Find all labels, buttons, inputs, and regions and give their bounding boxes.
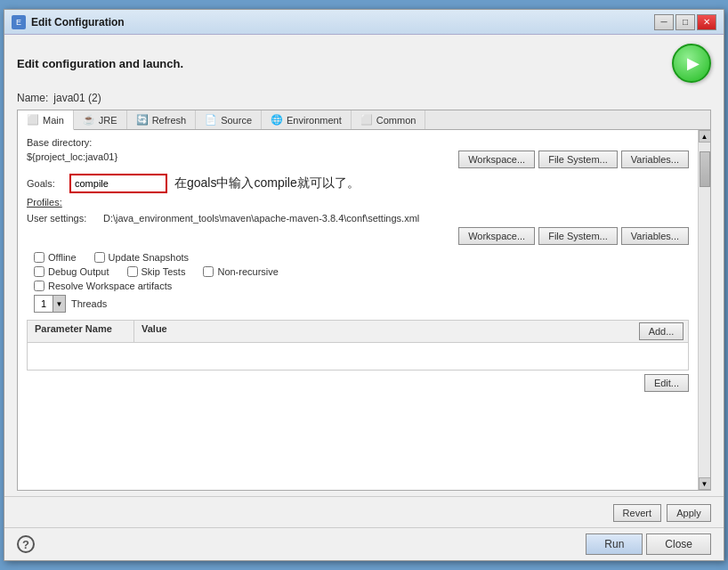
scrollbar-track: [699, 142, 710, 477]
params-table-header: Parameter Name Value Add...: [28, 321, 688, 343]
name-label: Name:: [17, 92, 48, 104]
resolve-workspace-label: Resolve Workspace artifacts: [48, 281, 172, 291]
main-window: E Edit Configuration ─ □ ✕ Edit configur…: [4, 9, 724, 561]
goals-hint: 在goals中输入compile就可以了。: [174, 175, 360, 191]
checkbox-resolve-workspace: Resolve Workspace artifacts: [34, 281, 172, 291]
non-recursive-label: Non-recursive: [217, 266, 278, 277]
apply-button[interactable]: Apply: [667, 504, 711, 522]
threads-value: 1: [35, 298, 53, 309]
tab-jre-label: JRE: [99, 115, 117, 126]
window-icon: E: [12, 15, 26, 29]
source-tab-icon: 📄: [205, 114, 217, 126]
goals-label: Goals:: [27, 178, 62, 189]
resolve-workspace-checkbox[interactable]: [34, 281, 44, 291]
checkbox-non-recursive: Non-recursive: [203, 266, 278, 277]
footer-actions: Run Close: [586, 533, 711, 555]
variables-btn-top[interactable]: Variables...: [621, 151, 689, 168]
close-button-footer[interactable]: Close: [646, 533, 711, 555]
goals-input[interactable]: [69, 174, 167, 193]
update-snapshots-checkbox[interactable]: [94, 252, 105, 263]
workspace-btn-top[interactable]: Workspace...: [458, 151, 535, 168]
scrollbar[interactable]: ▲ ▼: [698, 130, 710, 490]
debug-output-label: Debug Output: [48, 266, 109, 277]
name-value: java01 (2): [53, 92, 101, 104]
base-dir-label: Base directory:: [27, 137, 689, 148]
file-system-btn-top[interactable]: File System...: [538, 151, 618, 168]
checkbox-skip-tests: Skip Tests: [127, 266, 186, 277]
skip-tests-label: Skip Tests: [142, 266, 186, 277]
inner-content: Base directory: ${project_loc:java01} Wo…: [18, 130, 698, 490]
tab-source[interactable]: 📄 Source: [196, 110, 262, 129]
variables-btn-mid[interactable]: Variables...: [621, 227, 689, 245]
main-panel: ⬜ Main ☕ JRE 🔄 Refresh 📄 Source 🌐 E: [17, 110, 711, 491]
checkbox-row-1: Offline Update Snapshots: [27, 252, 689, 263]
help-icon[interactable]: ?: [17, 535, 35, 553]
offline-checkbox[interactable]: [34, 252, 44, 263]
checkbox-update-snapshots: Update Snapshots: [94, 252, 190, 263]
scroll-down-btn[interactable]: ▼: [699, 477, 711, 490]
profiles-label: Profiles:: [27, 197, 62, 208]
header-row: Edit configuration and launch.: [17, 44, 711, 83]
tabs-bar: ⬜ Main ☕ JRE 🔄 Refresh 📄 Source 🌐 E: [18, 110, 710, 130]
file-system-btn-mid[interactable]: File System...: [538, 227, 618, 245]
tab-source-label: Source: [221, 115, 252, 126]
threads-row: 1 ▼ Threads: [27, 295, 689, 313]
threads-label: Threads: [71, 298, 107, 309]
run-button-footer[interactable]: Run: [586, 533, 643, 555]
minimize-button[interactable]: ─: [654, 14, 674, 30]
revert-button[interactable]: Revert: [613, 504, 661, 522]
checkbox-row-3: Resolve Workspace artifacts: [27, 281, 689, 291]
maximize-button[interactable]: □: [675, 14, 695, 30]
user-settings-label: User settings:: [27, 213, 98, 224]
name-row: Name: java01 (2): [17, 92, 711, 104]
checkbox-debug-output: Debug Output: [34, 266, 109, 277]
threads-dropdown[interactable]: 1 ▼: [34, 295, 66, 313]
checkbox-row-2: Debug Output Skip Tests Non-recursive: [27, 266, 689, 277]
tab-main-label: Main: [43, 115, 64, 126]
run-button[interactable]: [672, 44, 711, 83]
window-controls: ─ □ ✕: [654, 14, 716, 30]
edit-param-btn[interactable]: Edit...: [644, 374, 689, 392]
params-col-value-header: Value: [134, 321, 635, 342]
offline-label: Offline: [48, 252, 77, 263]
jre-tab-icon: ☕: [83, 114, 95, 126]
bottom-buttons: Revert Apply: [4, 496, 724, 527]
footer-row: ? Run Close: [4, 527, 724, 560]
scroll-up-btn[interactable]: ▲: [699, 130, 711, 142]
title-bar: E Edit Configuration ─ □ ✕: [4, 10, 724, 35]
workspace-btn-mid[interactable]: Workspace...: [458, 227, 535, 245]
tab-environment-label: Environment: [287, 115, 342, 126]
checkbox-offline: Offline: [34, 252, 77, 263]
tab-environment[interactable]: 🌐 Environment: [262, 110, 352, 129]
tab-jre[interactable]: ☕ JRE: [74, 110, 127, 129]
profiles-row: Profiles:: [27, 197, 689, 208]
add-param-btn[interactable]: Add...: [639, 322, 684, 340]
tab-refresh[interactable]: 🔄 Refresh: [127, 110, 197, 129]
common-tab-icon: ⬜: [360, 114, 373, 126]
debug-output-checkbox[interactable]: [34, 266, 44, 277]
update-snapshots-label: Update Snapshots: [109, 252, 190, 263]
close-button[interactable]: ✕: [697, 14, 716, 30]
goals-row: Goals: 在goals中输入compile就可以了。: [27, 174, 689, 193]
user-settings-value: D:\java_environment_tools\maven\apache-m…: [103, 213, 689, 224]
base-dir-value: ${project_loc:java01}: [27, 151, 117, 162]
header-title: Edit configuration and launch.: [17, 57, 183, 70]
tab-main[interactable]: ⬜ Main: [18, 110, 74, 130]
content-area: Edit configuration and launch. Name: jav…: [4, 35, 724, 496]
skip-tests-checkbox[interactable]: [127, 266, 138, 277]
btn-row-mid: Workspace... File System... Variables...: [27, 227, 689, 245]
tab-common-label: Common: [376, 115, 417, 126]
window-title: Edit Configuration: [31, 16, 654, 28]
tab-refresh-label: Refresh: [152, 115, 187, 126]
params-table: Parameter Name Value Add...: [27, 320, 689, 370]
scrollbar-thumb[interactable]: [700, 151, 710, 187]
non-recursive-checkbox[interactable]: [203, 266, 214, 277]
params-table-body: [28, 343, 688, 370]
user-settings-row: User settings: D:\java_environment_tools…: [27, 213, 689, 224]
params-col-name-header: Parameter Name: [28, 321, 134, 342]
panel-scroll-area: Base directory: ${project_loc:java01} Wo…: [18, 130, 710, 490]
tab-common[interactable]: ⬜ Common: [352, 110, 426, 129]
main-tab-icon: ⬜: [27, 114, 39, 126]
environment-tab-icon: 🌐: [271, 114, 283, 126]
threads-arrow[interactable]: ▼: [53, 296, 65, 312]
